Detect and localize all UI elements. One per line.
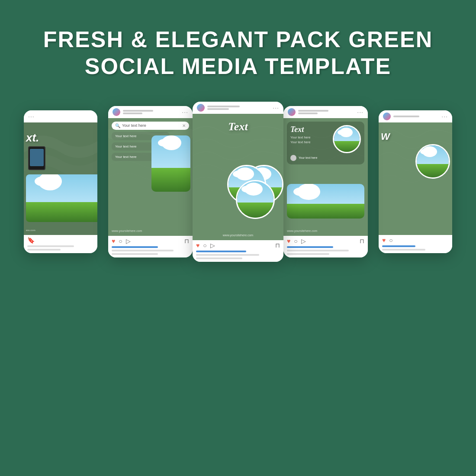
card-1: ··· xt. ere.com (24, 110, 97, 253)
card3-heart-icon: ♥ (196, 242, 199, 249)
card1-landscape (26, 174, 97, 222)
card3-avatar (197, 104, 205, 112)
card3-share-icon: ▷ (210, 242, 215, 249)
card2-name-line1 (123, 110, 153, 112)
card4-share-icon: ▷ (301, 238, 306, 244)
card2-dots: ··· (182, 109, 188, 116)
card3-comment-icon: ○ (203, 242, 206, 249)
card1-dots: ··· (28, 113, 35, 120)
card4-circle-photo (333, 125, 361, 153)
card3-circles-cluster (227, 165, 283, 212)
card5-circle (415, 144, 450, 179)
card2-share-icon: ▷ (126, 238, 131, 244)
card4-heart-icon: ♥ (287, 238, 290, 244)
card4-text-line1 (287, 250, 349, 251)
card5-content: W (379, 122, 452, 235)
card1-bottom: 🔖 (24, 235, 97, 253)
card3-name-line1 (207, 106, 240, 107)
card1-text-line1 (27, 245, 74, 247)
card3-big-text: Text (228, 120, 248, 133)
card3-name-line2 (207, 108, 229, 110)
card3-circle-bottom (236, 180, 275, 219)
card-5: ··· W (379, 110, 452, 253)
card4-website: www.yoursitehere.com (287, 229, 317, 232)
card4-dots: ··· (357, 109, 363, 116)
card2-comment-icon: ○ (119, 238, 122, 244)
card3-bottom: ♥ ○ ▷ ⊓ (193, 240, 283, 262)
card5-likes-bar (382, 245, 415, 247)
card4-comment-icon: ○ (294, 238, 297, 244)
card3-name-lines (207, 106, 273, 110)
card4-name-lines (298, 110, 357, 114)
card5-text-overlay: W (381, 131, 390, 142)
card5-name-lines (393, 116, 441, 117)
card2-website: www.yoursitehere.com (112, 229, 142, 232)
card4-content: Text Your text here Your text here (283, 118, 368, 236)
card5-text-line1 (382, 249, 425, 251)
card4-name-line2 (298, 113, 318, 114)
card2-likes-bar (112, 246, 158, 248)
card3-topbar: ··· (193, 102, 283, 114)
card2-name-line2 (123, 113, 142, 114)
card1-tablet (28, 146, 45, 170)
card2-bottom: ♥ ○ ▷ ⊓ (108, 236, 193, 257)
title-line1: FRESH & ELEGANT PACK GREEN (43, 26, 433, 53)
card2-text-line2 (112, 253, 158, 255)
card-3: ··· Text (193, 102, 283, 262)
card1-topbar: ··· (24, 110, 97, 122)
card2-bookmark-icon: ⊓ (184, 238, 189, 244)
card3-dots: ··· (273, 104, 279, 111)
card4-likes-bar (287, 246, 333, 248)
card5-heart-icon: ♥ (382, 237, 386, 244)
card2-content: 🔍 Your text here ✕ Your text here Your t… (108, 118, 193, 236)
card5-topbar: ··· (379, 110, 452, 122)
card4-text-line2 (287, 253, 329, 255)
card2-landscape-rect (151, 135, 190, 192)
card5-avatar (383, 113, 391, 120)
card2-heart-icon: ♥ (112, 238, 115, 244)
card5-comment-icon: ○ (389, 237, 392, 244)
card5-bottom: ♥ ○ (379, 235, 452, 253)
card3-website: www.yoursitehere.com (223, 234, 253, 237)
card3-text-line1 (196, 254, 259, 256)
card4-bottom: ♥ ○ ▷ ⊓ (283, 236, 368, 257)
card1-bookmark-icon: 🔖 (27, 237, 35, 244)
card5-dots: ··· (441, 113, 448, 120)
card3-bookmark-icon: ⊓ (275, 242, 280, 249)
card4-avatar (288, 108, 296, 116)
cards-row: ··· xt. ere.com (0, 102, 476, 262)
card-2: ··· 🔍 Your text here ✕ (108, 106, 193, 257)
title-line2: SOCIAL MEDIA TEMPLATE (43, 53, 433, 80)
card2-text-line1 (112, 250, 174, 251)
card4-name-line1 (298, 110, 328, 112)
card4-bottom-landscape (287, 184, 364, 219)
card1-text-overlay: xt. (26, 131, 39, 145)
card3-text-line2 (196, 257, 242, 259)
header-section: FRESH & ELEGANT PACK GREEN SOCIAL MEDIA … (43, 26, 433, 80)
card2-topbar: ··· (108, 106, 193, 118)
card-4: ··· Text Your text here Your text here (283, 106, 368, 257)
card1-text-line2 (27, 249, 61, 251)
card4-topbar: ··· (283, 106, 368, 118)
card3-content: Text (193, 114, 283, 240)
card2-avatar (113, 108, 120, 116)
card5-name-line1 (393, 116, 419, 117)
card3-likes-bar (196, 251, 246, 252)
card2-name-lines (123, 110, 182, 114)
card1-website: ere.com (26, 229, 35, 232)
card1-content: xt. ere.com (24, 122, 97, 235)
card4-bookmark-icon: ⊓ (360, 238, 364, 244)
